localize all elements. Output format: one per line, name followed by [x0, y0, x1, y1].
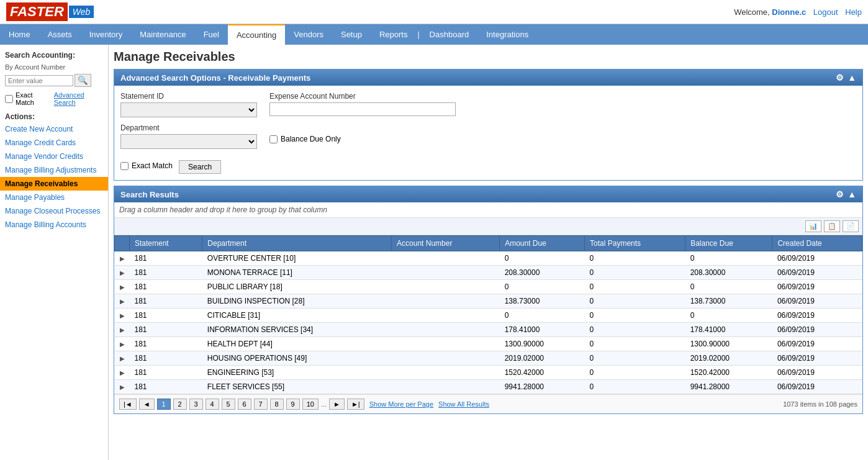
nav-maintenance[interactable]: Maintenance [131, 25, 194, 44]
col-balance-due[interactable]: Balance Due [685, 236, 772, 251]
settings-icon[interactable]: ⚙ [836, 73, 844, 83]
nav-setup[interactable]: Setup [332, 25, 371, 44]
sidebar-item-manage-vendor-credits[interactable]: Manage Vendor Credits [0, 150, 108, 163]
row-total-payments: 0 [585, 266, 685, 280]
row-expand[interactable]: ▶ [115, 351, 130, 366]
search-button[interactable]: Search [179, 160, 221, 174]
help-link[interactable]: Help [845, 7, 862, 17]
row-amount-due: 0 [500, 251, 585, 266]
exact-match-checkbox[interactable] [120, 162, 129, 170]
row-expand[interactable]: ▶ [115, 323, 130, 337]
row-created-date: 06/09/2019 [772, 294, 862, 309]
collapse-icon[interactable]: ▲ [848, 73, 856, 83]
row-expand[interactable]: ▶ [115, 337, 130, 351]
nav-fuel[interactable]: Fuel [195, 25, 228, 44]
show-more-per-page-link[interactable]: Show More per Page [369, 400, 433, 408]
page-4-button[interactable]: 4 [206, 399, 219, 410]
header-user: Welcome, Dionne.c Logout Help [734, 7, 862, 17]
sidebar-item-manage-closeout-processes[interactable]: Manage Closeout Processes [0, 204, 108, 218]
statement-id-select[interactable] [120, 102, 257, 117]
page-5-button[interactable]: 5 [222, 399, 235, 410]
nav-vendors[interactable]: Vendors [285, 25, 332, 44]
sidebar-item-manage-billing-adjustments[interactable]: Manage Billing Adjustments [0, 163, 108, 177]
expense-account-input[interactable] [269, 102, 456, 116]
nav-inventory[interactable]: Inventory [81, 25, 131, 44]
row-balance-due: 0 [685, 309, 772, 323]
sidebar-advanced-search-link[interactable]: Advanced Search [49, 90, 103, 107]
nav-separator: | [416, 30, 420, 39]
row-expand[interactable]: ▶ [115, 251, 130, 266]
sidebar-item-manage-billing-accounts[interactable]: Manage Billing Accounts [0, 218, 108, 232]
row-amount-due: 0 [500, 280, 585, 294]
page-last-button[interactable]: ►| [347, 399, 364, 410]
page-1-button[interactable]: 1 [157, 399, 171, 410]
page-10-button[interactable]: 10 [302, 399, 319, 410]
col-statement[interactable]: Statement [130, 236, 202, 251]
nav-dashboard[interactable]: Dashboard [421, 25, 478, 44]
page-6-button[interactable]: 6 [238, 399, 251, 410]
page-prev-button[interactable]: ◄ [139, 399, 155, 410]
row-amount-due: 178.41000 [500, 323, 585, 337]
row-expand[interactable]: ▶ [115, 294, 130, 309]
row-amount-due: 9941.28000 [500, 380, 585, 394]
results-settings-icon[interactable]: ⚙ [836, 189, 844, 199]
row-expand[interactable]: ▶ [115, 280, 130, 294]
balance-due-only-label: Balance Due Only [281, 135, 341, 143]
nav-reports[interactable]: Reports [371, 25, 417, 44]
sidebar-search-row: 🔍 [0, 72, 108, 89]
page-ellipsis: ... [321, 400, 327, 408]
sidebar-item-create-new-account[interactable]: Create New Account [0, 122, 108, 136]
nav-assets[interactable]: Assets [39, 25, 81, 44]
page-next-button[interactable]: ► [329, 399, 345, 410]
sidebar-search-input[interactable] [5, 75, 73, 86]
col-department[interactable]: Department [202, 236, 392, 251]
balance-due-only-checkbox[interactable] [269, 135, 278, 143]
sidebar-item-manage-payables[interactable]: Manage Payables [0, 191, 108, 204]
department-select[interactable] [120, 134, 257, 149]
page-2-button[interactable]: 2 [173, 399, 187, 410]
row-amount-due: 0 [500, 309, 585, 323]
page-first-button[interactable]: |◄ [119, 399, 137, 410]
sidebar-exact-match-checkbox[interactable] [5, 95, 13, 103]
row-balance-due: 1300.90000 [685, 337, 772, 351]
nav-home[interactable]: Home [0, 25, 39, 44]
page-3-button[interactable]: 3 [189, 399, 203, 410]
logo: FASTER Web [6, 2, 94, 21]
row-balance-due: 2019.02000 [685, 351, 772, 366]
table-row: ▶ 181 CITICABLE [31] 0 0 0 06/09/2019 [115, 309, 862, 323]
nav-accounting[interactable]: Accounting [228, 24, 285, 45]
export-csv-button[interactable]: 📋 [824, 220, 840, 232]
statement-id-label: Statement ID [120, 92, 257, 101]
row-total-payments: 0 [585, 251, 685, 266]
logout-link[interactable]: Logout [813, 7, 838, 17]
page-title: Manage Receivables [114, 50, 863, 64]
sidebar-actions-title: Actions: [0, 109, 108, 122]
show-all-results-link[interactable]: Show All Results [438, 400, 489, 408]
pagination: |◄ ◄ 1 2 3 4 5 6 7 8 9 10 ... ► ►| Show … [114, 394, 862, 413]
row-created-date: 06/09/2019 [772, 280, 862, 294]
expense-account-group: Expense Account Number [269, 92, 456, 116]
col-total-payments[interactable]: Total Payments [585, 236, 685, 251]
nav-integrations[interactable]: Integrations [477, 25, 537, 44]
export-pdf-button[interactable]: 📄 [843, 220, 859, 232]
results-collapse-icon[interactable]: ▲ [848, 189, 856, 199]
page-8-button[interactable]: 8 [270, 399, 284, 410]
row-amount-due: 2019.02000 [500, 351, 585, 366]
col-amount-due[interactable]: Amount Due [500, 236, 585, 251]
sidebar-item-manage-credit-cards[interactable]: Manage Credit Cards [0, 136, 108, 150]
page-9-button[interactable]: 9 [286, 399, 300, 410]
row-expand[interactable]: ▶ [115, 266, 130, 280]
row-department: ENGINEERING [53] [202, 366, 392, 380]
row-total-payments: 0 [585, 380, 685, 394]
export-excel-button[interactable]: 📊 [805, 220, 821, 232]
table-row: ▶ 181 ENGINEERING [53] 1520.42000 0 1520… [115, 366, 862, 380]
col-created-date[interactable]: Created Date [772, 236, 862, 251]
page-7-button[interactable]: 7 [254, 399, 268, 410]
sidebar-item-manage-receivables[interactable]: Manage Receivables [0, 177, 108, 191]
row-expand[interactable]: ▶ [115, 366, 130, 380]
sidebar-search-button[interactable]: 🔍 [75, 74, 91, 87]
col-account-number[interactable]: Account Number [392, 236, 500, 251]
row-created-date: 06/09/2019 [772, 337, 862, 351]
row-expand[interactable]: ▶ [115, 309, 130, 323]
row-expand[interactable]: ▶ [115, 380, 130, 394]
